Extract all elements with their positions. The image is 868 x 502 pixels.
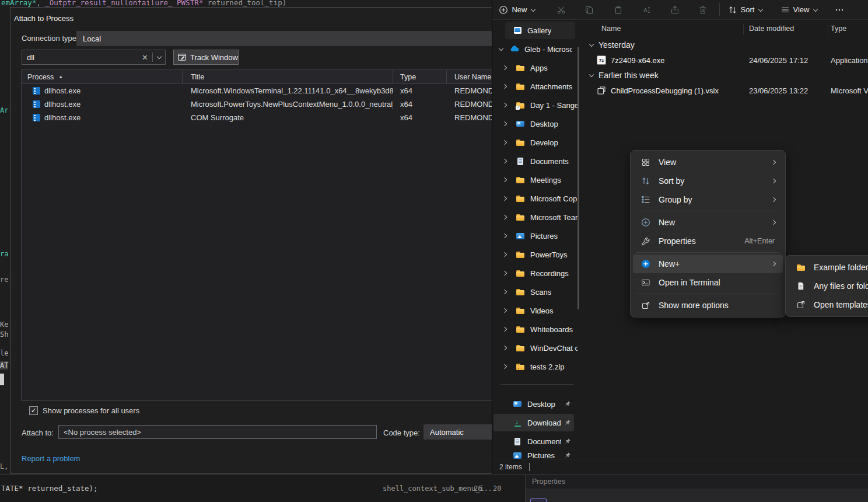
column-header-date-modified[interactable]: Date modified [749, 25, 794, 33]
share-button[interactable] [666, 1, 684, 18]
process-filter-input[interactable] [22, 53, 138, 62]
sidebar-item-attachments[interactable]: Attachments [492, 78, 578, 95]
file-row-7z2409[interactable]: 7z 7z2409-x64.exe 24/06/2025 17:12 Appli… [586, 54, 868, 68]
connection-type-combobox[interactable]: Local [76, 31, 492, 46]
chevron-right-icon[interactable] [503, 233, 508, 239]
properties-panel: Properties [525, 474, 868, 502]
sidebar-item-videos[interactable]: Videos [492, 302, 578, 319]
chevron-right-icon[interactable] [503, 215, 508, 220]
chevron-down-icon[interactable] [498, 47, 503, 52]
menu-item-show-more-options[interactable]: Show more options [633, 296, 783, 315]
pin-icon [564, 452, 571, 459]
process-row[interactable]: dllhost.exe COM Surrogate x64 REDMOND [22, 111, 492, 124]
chevron-right-icon[interactable] [503, 65, 508, 71]
code-type-combobox[interactable]: Automatic [424, 424, 492, 440]
chevron-right-icon[interactable] [503, 140, 508, 145]
sidebar-item-meetings[interactable]: Meetings [492, 171, 578, 189]
view-button[interactable]: View [778, 1, 820, 18]
code-fragment: le [0, 349, 8, 357]
attach-to-process-dialog: Attach to Process Connection type: Local… [10, 7, 492, 474]
group-header-earlier-this-week[interactable]: Earlier this week [589, 69, 659, 82]
chevron-right-icon[interactable] [503, 177, 508, 183]
file-row-vsix[interactable]: ChildProcessDebugging (1).vsix 23/06/202… [586, 84, 868, 98]
sidebar-item-onedrive-root[interactable]: Gleb - Microsof [492, 40, 578, 58]
sidebar-item-recordings[interactable]: Recordings [492, 264, 578, 282]
sidebar-item-apps[interactable]: Apps [492, 59, 578, 76]
chevron-right-icon[interactable] [503, 271, 508, 276]
sidebar-item-powertoys[interactable]: PowerToys [492, 246, 578, 263]
chevron-right-icon[interactable] [503, 159, 508, 164]
report-a-problem-link[interactable]: Report a problem [22, 454, 80, 463]
menu-item-new[interactable]: New [633, 213, 783, 232]
sidebar-item-desktop[interactable]: Desktop [492, 115, 578, 133]
track-window-button[interactable]: Track Window [173, 50, 239, 65]
column-divider[interactable] [743, 25, 744, 34]
chevron-right-icon[interactable] [503, 196, 508, 201]
menu-item-view[interactable]: View [633, 153, 783, 172]
chevron-right-icon[interactable] [503, 290, 508, 295]
column-divider[interactable] [828, 25, 828, 34]
sidebar-item-scans[interactable]: Scans [492, 283, 578, 301]
attach-to-field[interactable] [58, 425, 377, 439]
more-options-button[interactable] [831, 1, 848, 18]
chevron-right-icon[interactable] [503, 327, 508, 332]
delete-button[interactable] [694, 1, 712, 18]
sidebar-item-windevchat[interactable]: WinDevChat c [492, 339, 578, 357]
process-row[interactable]: dllhost.exe Microsoft.PowerToys.NewPlusC… [22, 97, 492, 111]
menu-item-new-plus[interactable]: New+ [633, 255, 783, 273]
submenu-item-any-files[interactable]: Any files or folde [788, 277, 868, 295]
column-header-process[interactable]: Process ▲ [22, 70, 183, 83]
chevron-right-icon[interactable] [503, 346, 508, 351]
menu-item-group-by[interactable]: Group by [633, 190, 783, 209]
menu-item-open-in-terminal[interactable]: Open in Terminal [633, 273, 783, 292]
process-filter-box[interactable]: ✕ [22, 50, 166, 65]
chevron-right-icon[interactable] [503, 84, 508, 89]
pin-icon [564, 438, 571, 445]
paste-button[interactable] [610, 1, 627, 18]
new-button[interactable]: New [498, 1, 537, 18]
submenu-item-open-templates[interactable]: Open templates [788, 295, 868, 314]
sort-button[interactable]: Sort [724, 1, 766, 18]
sidebar-item-microsoft-tear[interactable]: Microsoft Tear [492, 208, 578, 226]
show-more-options-icon [641, 301, 650, 310]
sidebar-item-pictures[interactable]: Pictures [492, 227, 578, 245]
chevron-down-icon[interactable] [589, 43, 594, 48]
paste-icon [614, 5, 623, 15]
sidebar-item-tests-zip[interactable]: tests 2.zip [492, 358, 578, 375]
sidebar-item-microsoft-cop[interactable]: Microsoft Cop [492, 190, 578, 207]
clear-filter-icon[interactable]: ✕ [138, 53, 152, 62]
filter-dropdown-chevron-icon[interactable] [156, 55, 162, 60]
menu-item-sort-by[interactable]: Sort by [633, 172, 783, 190]
column-header-title[interactable]: Title [183, 70, 393, 83]
show-all-users-label: Show processes for all users [43, 406, 139, 415]
sidebar-item-pinned-downloads[interactable]: Downloads [494, 414, 574, 431]
chevron-right-icon[interactable] [503, 308, 508, 313]
sidebar-item-pinned-desktop[interactable]: Desktop [492, 395, 578, 413]
sidebar-item-develop[interactable]: Develop [492, 134, 578, 151]
column-header-name[interactable]: Name [601, 25, 621, 33]
sidebar-item-whiteboards[interactable]: Whiteboards [492, 320, 578, 338]
rename-button[interactable] [639, 1, 656, 18]
open-templates-icon [796, 300, 806, 309]
chevron-down-icon[interactable] [589, 73, 594, 78]
menu-separator [636, 211, 779, 211]
column-header-user-name[interactable]: User Name [447, 70, 492, 83]
chevron-right-icon[interactable] [503, 252, 508, 257]
sidebar-scrollbar[interactable] [578, 47, 579, 309]
chevron-right-icon[interactable] [503, 121, 508, 127]
sidebar-item-day-1[interactable]: Day 1 - Sangee [492, 96, 578, 114]
column-header-type[interactable]: Type [831, 25, 846, 33]
copy-button[interactable] [580, 1, 598, 18]
submenu-item-example-folder[interactable]: Example folder [788, 258, 868, 277]
column-header-type[interactable]: Type [393, 70, 447, 83]
cut-button[interactable] [552, 1, 570, 18]
chevron-right-icon[interactable] [503, 103, 508, 108]
menu-item-properties[interactable]: Properties Alt+Enter [633, 232, 783, 250]
sidebar-item-gallery[interactable]: Gallery [505, 22, 575, 39]
chevron-right-icon[interactable] [503, 364, 508, 369]
process-row[interactable]: dllhost.exe Microsoft.WindowsTerminal_1.… [22, 84, 492, 97]
sidebar-item-documents[interactable]: Documents [492, 152, 578, 170]
show-all-users-checkbox[interactable]: ✓ [29, 406, 38, 415]
process-table-header: Process ▲ Title Type User Name [22, 70, 492, 84]
group-header-yesterday[interactable]: Yesterday [589, 39, 635, 51]
